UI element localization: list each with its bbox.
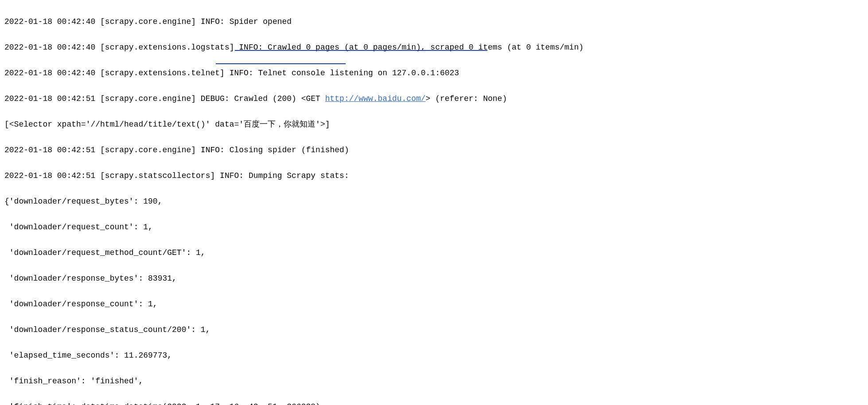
log-text: 2022-01-18 00:42:51 [scrapy.core.engine]… <box>4 94 325 103</box>
log-line: 2022-01-18 00:42:40 [scrapy.extensions.t… <box>4 67 864 80</box>
log-line: [<Selector xpath='//html/head/title/text… <box>4 118 864 131</box>
log-line: 2022-01-18 00:42:51 [scrapy.statscollect… <box>4 170 864 182</box>
log-line: 'downloader/response_status_count/200': … <box>4 324 864 336</box>
log-text: > (referer: None) <box>426 94 507 103</box>
log-line: 'finish_reason': 'finished', <box>4 375 864 388</box>
log-line: 'downloader/response_count': 1, <box>4 298 864 311</box>
annotation-underline-icon <box>216 63 346 64</box>
log-line: 2022-01-18 00:42:40 [scrapy.core.engine]… <box>4 15 864 28</box>
log-line: 'elapsed_time_seconds': 11.269773, <box>4 349 864 362</box>
log-line: 'downloader/request_count': 1, <box>4 221 864 234</box>
log-output: 2022-01-18 00:42:40 [scrapy.core.engine]… <box>0 0 868 405</box>
log-line: {'downloader/request_bytes': 190, <box>4 195 864 208</box>
log-line: 2022-01-18 00:42:40 [scrapy.extensions.l… <box>4 41 864 54</box>
log-line: 'finish_time': datetime.datetime(2022, 1… <box>4 401 864 405</box>
crawled-url-link[interactable]: http://www.baidu.com/ <box>325 94 426 103</box>
log-line: 2022-01-18 00:42:51 [scrapy.core.engine]… <box>4 144 864 157</box>
log-line: 2022-01-18 00:42:51 [scrapy.core.engine]… <box>4 93 864 105</box>
log-line: 'downloader/request_method_count/GET': 1… <box>4 247 864 259</box>
log-line: 'downloader/response_bytes': 83931, <box>4 272 864 285</box>
